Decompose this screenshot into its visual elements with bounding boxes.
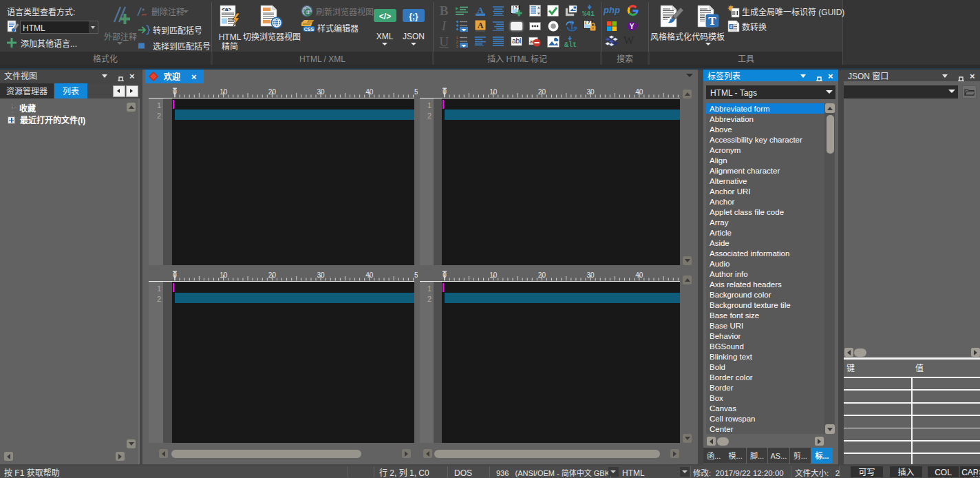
svg-text:%41: %41	[582, 10, 595, 17]
svg-text:#: #	[730, 24, 733, 29]
svg-text:A: A	[477, 21, 483, 30]
svg-text:T: T	[708, 14, 716, 28]
svg-text:20: 20	[538, 271, 546, 279]
svg-text:20: 20	[268, 88, 277, 96]
svg-text:30: 30	[587, 271, 595, 279]
svg-text:Y: Y	[630, 23, 635, 30]
svg-text:30: 30	[317, 88, 326, 96]
svg-text:40: 40	[365, 271, 374, 279]
svg-text:*: *	[142, 7, 145, 15]
svg-text:40: 40	[365, 88, 374, 96]
svg-text:10: 10	[220, 271, 228, 279]
svg-text:40: 40	[635, 271, 643, 279]
svg-text:20: 20	[268, 271, 277, 279]
svg-text:3: 3	[456, 44, 458, 48]
svg-text:A: A	[477, 5, 484, 15]
svg-text:30: 30	[587, 88, 595, 96]
svg-text:<a>: <a>	[222, 6, 232, 12]
svg-text:20: 20	[538, 88, 546, 96]
svg-text:30: 30	[317, 271, 326, 279]
svg-text:!: !	[637, 22, 639, 30]
svg-text:10: 10	[489, 271, 498, 279]
svg-text:&lt;: &lt;	[564, 41, 578, 48]
svg-text:10: 10	[489, 88, 498, 96]
svg-text:40: 40	[635, 88, 643, 96]
svg-text:10: 10	[220, 88, 228, 96]
